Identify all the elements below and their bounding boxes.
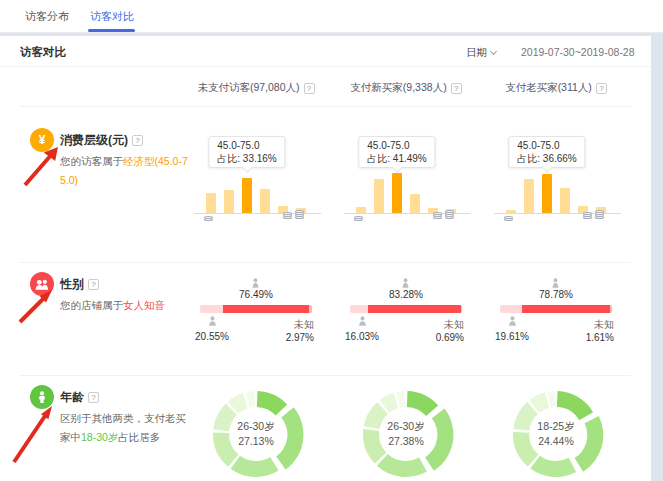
donut-segment[interactable] [377,454,427,477]
column-title: 支付新买家(9,338人) [350,81,446,95]
donut-segment[interactable] [396,391,405,408]
desc-text: 占比居多 [118,431,160,443]
bar[interactable] [260,189,270,213]
donut-segment[interactable] [557,391,593,420]
panel-title: 访客对比 [20,45,66,60]
male-percent-block: 20.55% [189,316,235,343]
gender-chart-unpaid: 76.49% 20.55% 未知2.97% [181,272,331,347]
donut-segment[interactable] [213,432,239,466]
donut-segment[interactable] [425,409,453,471]
donut-segment[interactable] [575,416,604,472]
donut-segment[interactable] [363,429,386,463]
help-icon[interactable]: ? [451,83,462,94]
segment-unknown[interactable] [309,305,312,313]
help-icon[interactable]: ? [132,135,143,146]
segment-male[interactable] [200,305,223,313]
tooltip-range: 45.0-75.0 [367,139,426,152]
male-icon [357,316,368,327]
male-percent-block: 16.03% [339,316,385,343]
tooltip-range: 45.0-75.0 [517,139,576,152]
donut-center-label: 26-30岁27.38% [387,419,424,449]
bar-group [506,173,606,213]
male-icon [207,316,218,327]
annotation-arrow [18,140,66,192]
segment-female[interactable] [368,305,461,313]
gender-stacked-bar[interactable] [350,305,462,313]
female-percent: 76.49% [181,289,331,300]
bar[interactable] [374,179,384,213]
row-description: 您的店铺属于女人知音 [60,296,190,315]
male-percent-block: 19.61% [489,316,535,343]
tab-visitor-distribution[interactable]: 访客分布 [25,0,69,33]
age-bucket-percent: 27.13% [237,434,274,449]
tab-bar: 访客分布 访客对比 [0,0,663,33]
bar-highlighted[interactable] [242,178,252,213]
age-bucket-label: 18-25岁 [537,419,574,434]
coin-stack-large-icon [583,211,604,219]
bar[interactable] [560,188,570,213]
unknown-percent-block: 未知1.61% [586,318,614,344]
segment-unknown[interactable] [461,305,462,313]
annotation-arrow [6,396,62,470]
help-icon[interactable]: ? [88,279,99,290]
donut-segment[interactable] [513,432,538,467]
coin-stack-small-icon [204,217,213,221]
help-icon[interactable]: ? [596,83,607,94]
desc-highlight: 18-30岁 [81,431,118,443]
segment-female[interactable] [522,305,610,313]
chevron-down-icon [490,48,497,55]
donut-segment[interactable] [513,402,538,431]
unknown-percent-block: 未知0.69% [436,318,464,344]
unknown-label: 未知 [436,318,464,331]
age-bucket-label: 26-30岁 [387,419,424,434]
bar[interactable] [524,179,534,213]
column-title: 未支付访客(97,080人) [197,81,299,95]
unknown-percent: 1.61% [586,331,614,344]
divider [20,375,631,376]
bar-highlighted[interactable] [542,174,552,213]
column-header-old-buyers: 支付老买家(311人)? [481,80,631,96]
gender-stacked-bar[interactable] [500,305,612,313]
bar[interactable] [224,190,234,213]
donut-segment[interactable] [276,407,303,469]
tooltip-range: 45.0-75.0 [217,139,276,152]
segment-unknown[interactable] [610,305,612,313]
bar-highlighted[interactable] [392,173,402,213]
row-title: 消费层级(元) [60,132,128,149]
consumption-chart-new-buyers: 45.0-75.0 占比: 41.49% [331,128,481,238]
divider [0,66,651,67]
tooltip-label: 占比: [517,153,540,164]
donut-segment[interactable] [548,391,555,407]
tooltip-value: 33.16% [243,153,277,164]
help-icon[interactable]: ? [88,392,99,403]
bar[interactable] [206,193,216,213]
chart-tooltip: 45.0-75.0 占比: 33.16% [208,136,285,168]
gender-stacked-bar[interactable] [200,305,312,313]
row-description: 您的访客属于经济型(45.0-75.0) [60,152,190,190]
donut-segment[interactable] [246,391,255,408]
bar[interactable] [410,194,420,213]
column-header-unpaid: 未支付访客(97,080人)? [181,80,331,96]
row-description: 区别于其他两类，支付老买家中18-30岁占比居多 [60,409,190,447]
segment-male[interactable] [500,305,522,313]
date-dropdown[interactable]: 日期 [466,46,496,60]
coin-stack-small-icon [354,217,363,221]
chart-tooltip: 45.0-75.0 占比: 41.49% [358,136,435,168]
donut-segment[interactable] [257,391,287,415]
segment-female[interactable] [223,305,309,313]
date-range-value[interactable]: 2019-07-30~2019-08-28 [521,46,635,58]
gender-chart-old-buyers: 78.78% 19.61% 未知1.61% [481,272,631,347]
annotation-arrow [14,284,60,328]
donut-segment[interactable] [530,456,576,477]
donut-segment[interactable] [407,391,438,416]
desc-highlight: 女人知音 [123,299,165,311]
age-bucket-percent: 27.38% [387,434,424,449]
unknown-percent-block: 未知2.97% [286,318,314,344]
segment-male[interactable] [350,305,368,313]
bar-group [356,173,456,213]
gender-chart-new-buyers: 83.28% 16.03% 未知0.69% [331,272,481,347]
row-title: 年龄 [60,389,84,406]
help-icon[interactable]: ? [304,83,315,94]
female-percent: 78.78% [481,289,631,300]
donut-segment[interactable] [231,456,279,477]
